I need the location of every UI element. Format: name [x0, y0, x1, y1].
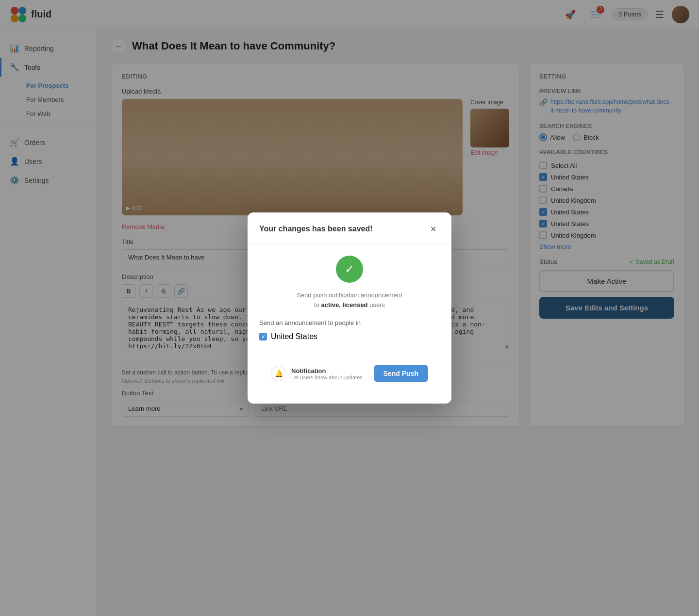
- send-push-button[interactable]: Send Push: [374, 365, 428, 382]
- notification-bell-icon: 🔔: [271, 366, 286, 381]
- modal-footer: 🔔 Notification Let users know about upda…: [259, 357, 440, 392]
- modal-header: Your changes has been saved! ✕: [248, 212, 451, 244]
- modal-country-checkbox[interactable]: [259, 333, 267, 340]
- modal-msg-users: users: [369, 301, 385, 308]
- modal-msg-bold: active, licensed: [321, 301, 367, 308]
- modal-dialog: Your changes has been saved! ✕ ✓ Send pu…: [248, 212, 451, 404]
- modal-subtext: Send an announcement to people in: [259, 319, 440, 326]
- modal-body: ✓ Send push notification announcement to…: [248, 244, 451, 404]
- modal-country-row: United States: [259, 332, 440, 341]
- modal-msg-to: to: [314, 301, 319, 308]
- notification-text: Notification Let users know about update…: [291, 367, 363, 380]
- notif-title: Notification: [291, 367, 363, 374]
- notif-subtitle: Let users know about updates: [291, 374, 363, 380]
- modal-message: Send push notification announcement to a…: [259, 291, 440, 309]
- success-icon: ✓: [336, 256, 363, 283]
- modal-msg-line1: Send push notification announcement: [297, 292, 402, 299]
- checkmark-success-icon: ✓: [345, 262, 354, 276]
- modal-close-button[interactable]: ✕: [426, 222, 440, 236]
- modal-country-label: United States: [271, 332, 317, 341]
- modal-divider: [248, 349, 451, 349]
- modal-title: Your changes has been saved!: [259, 225, 373, 233]
- modal-overlay: Your changes has been saved! ✕ ✓ Send pu…: [0, 0, 699, 616]
- notification-area: 🔔 Notification Let users know about upda…: [271, 366, 366, 381]
